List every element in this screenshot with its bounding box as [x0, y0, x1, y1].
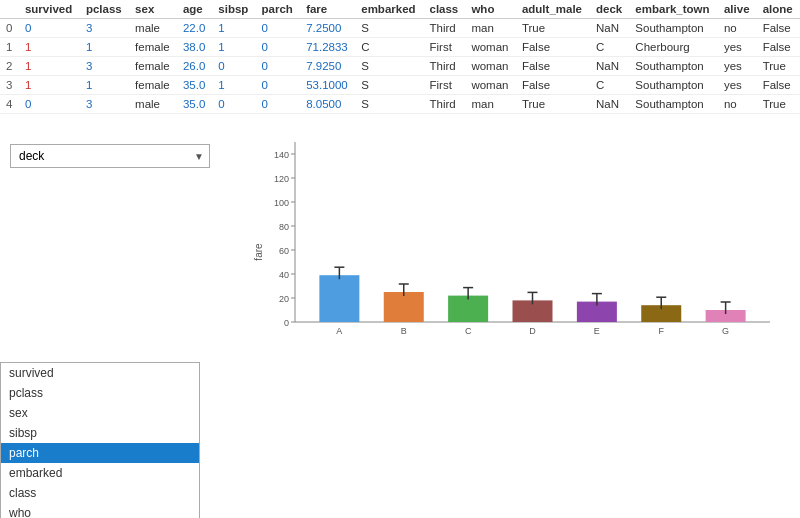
table-cell: female: [129, 76, 177, 95]
table-cell: False: [757, 19, 800, 38]
svg-text:D: D: [529, 326, 536, 336]
dropdown-item[interactable]: sibsp: [1, 423, 199, 443]
table-cell: male: [129, 19, 177, 38]
col-header-sex: sex: [129, 0, 177, 19]
col-header-who: who: [465, 0, 515, 19]
col-select[interactable]: survivedpclasssexsibspparchembarkedclass…: [10, 144, 210, 168]
table-cell: False: [757, 38, 800, 57]
table-row: 003male22.0107.2500SThirdmanTrueNaNSouth…: [0, 19, 800, 38]
table-cell: no: [718, 95, 757, 114]
table-cell: 0: [256, 76, 301, 95]
svg-text:60: 60: [279, 246, 289, 256]
svg-text:C: C: [465, 326, 472, 336]
col-header-pclass: pclass: [80, 0, 129, 19]
table-cell: True: [757, 95, 800, 114]
col-header-sibsp: sibsp: [212, 0, 255, 19]
dropdown-item[interactable]: class: [1, 483, 199, 503]
table-cell: 3: [80, 57, 129, 76]
y-axis-label: fare: [253, 243, 264, 261]
table-cell: S: [355, 95, 423, 114]
table-cell: 0: [19, 95, 80, 114]
table-row: 213female26.0007.9250SThirdwomanFalseNaN…: [0, 57, 800, 76]
table-cell: First: [423, 38, 465, 57]
svg-text:20: 20: [279, 294, 289, 304]
dropdown-item[interactable]: embarked: [1, 463, 199, 483]
table-cell: man: [465, 95, 515, 114]
dropdown-item[interactable]: who: [1, 503, 199, 518]
table-cell: female: [129, 38, 177, 57]
col-header-parch: parch: [256, 0, 301, 19]
svg-text:E: E: [594, 326, 600, 336]
table-cell: 0: [212, 95, 255, 114]
table-cell: False: [516, 38, 590, 57]
table-cell: yes: [718, 38, 757, 57]
col-header-alone: alone: [757, 0, 800, 19]
table-cell: 1: [19, 38, 80, 57]
dropdown-item[interactable]: survived: [1, 363, 199, 383]
table-cell: 0: [256, 38, 301, 57]
svg-text:F: F: [659, 326, 665, 336]
table-cell: First: [423, 76, 465, 95]
bar-A[interactable]: [319, 275, 359, 322]
chart-svg: fare 020406080100120140ABCDEFG: [250, 132, 790, 362]
table-cell: no: [718, 19, 757, 38]
table-cell: Southampton: [629, 19, 718, 38]
table-cell: 1: [80, 38, 129, 57]
chart-area: fare 020406080100120140ABCDEFG: [230, 130, 790, 362]
table-cell: S: [355, 57, 423, 76]
dropdown-item[interactable]: sex: [1, 403, 199, 423]
table-cell: woman: [465, 76, 515, 95]
table-cell: False: [516, 57, 590, 76]
bar-B[interactable]: [384, 292, 424, 322]
table-cell: 1: [212, 19, 255, 38]
table-cell: False: [757, 76, 800, 95]
table-row: 111female38.01071.2833CFirstwomanFalseCC…: [0, 38, 800, 57]
table-cell: NaN: [590, 19, 629, 38]
svg-text:40: 40: [279, 270, 289, 280]
table-cell: 71.2833: [300, 38, 355, 57]
table-cell: female: [129, 57, 177, 76]
dropdown-menu: survivedpclasssexsibspparchembarkedclass…: [0, 362, 200, 518]
col-header-index: [0, 0, 19, 19]
table-cell: 0: [256, 57, 301, 76]
svg-text:100: 100: [274, 198, 289, 208]
svg-text:120: 120: [274, 174, 289, 184]
table-cell: 1: [212, 38, 255, 57]
table-cell: 1: [19, 76, 80, 95]
svg-text:G: G: [722, 326, 729, 336]
select-wrapper: survivedpclasssexsibspparchembarkedclass…: [10, 144, 210, 168]
table-cell: 1: [19, 57, 80, 76]
table-cell: Southampton: [629, 95, 718, 114]
table-cell: 0: [19, 19, 80, 38]
dropdown-item[interactable]: pclass: [1, 383, 199, 403]
table-cell: True: [757, 57, 800, 76]
col-header-class: class: [423, 0, 465, 19]
svg-text:A: A: [336, 326, 342, 336]
table-cell: C: [590, 76, 629, 95]
table-cell: 0: [256, 19, 301, 38]
col-header-deck: deck: [590, 0, 629, 19]
dropdown-area: survivedpclasssexsibspparchembarkedclass…: [10, 130, 230, 362]
table-cell: NaN: [590, 95, 629, 114]
table-cell: S: [355, 19, 423, 38]
col-header-age: age: [177, 0, 212, 19]
table-cell: 53.1000: [300, 76, 355, 95]
table-cell: woman: [465, 38, 515, 57]
table-cell: False: [516, 76, 590, 95]
table-cell: 0: [256, 95, 301, 114]
table-cell: 7.2500: [300, 19, 355, 38]
col-header-fare: fare: [300, 0, 355, 19]
col-header-embark_town: embark_town: [629, 0, 718, 19]
table-cell: True: [516, 95, 590, 114]
table-cell: S: [355, 76, 423, 95]
table-cell: yes: [718, 76, 757, 95]
table-cell: 1: [0, 38, 19, 57]
dropdown-item[interactable]: parch: [1, 443, 199, 463]
table-cell: 7.9250: [300, 57, 355, 76]
table-cell: 0: [0, 19, 19, 38]
col-header-alive: alive: [718, 0, 757, 19]
table-row: 311female35.01053.1000SFirstwomanFalseCS…: [0, 76, 800, 95]
table-cell: Southampton: [629, 57, 718, 76]
table-cell: Cherbourg: [629, 38, 718, 57]
table-cell: 3: [0, 76, 19, 95]
